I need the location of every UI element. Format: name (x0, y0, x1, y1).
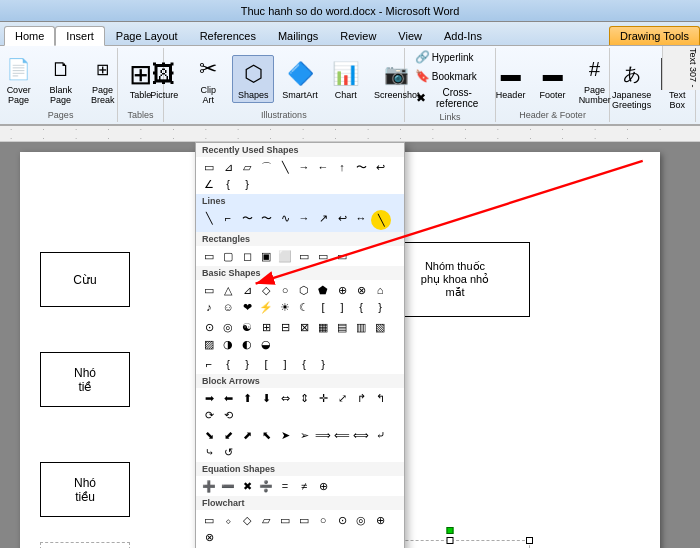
ba2-2[interactable]: ⬋ (219, 427, 237, 443)
page-break-button[interactable]: ⊞ PageBreak (83, 51, 123, 107)
bs-cross[interactable]: ⊕ (333, 282, 351, 298)
handle-tr[interactable] (526, 537, 533, 544)
ba2-6[interactable]: ➢ (295, 427, 313, 443)
bs-c9[interactable]: ▥ (352, 319, 370, 335)
bs-c4[interactable]: ⊞ (257, 319, 275, 335)
bs-c7[interactable]: ▦ (314, 319, 332, 335)
ba2-8[interactable]: ⟸ (333, 427, 351, 443)
shape-triangle[interactable]: ⊿ (219, 159, 237, 175)
ba-ud[interactable]: ⇕ (295, 390, 313, 406)
ba2-4[interactable]: ⬉ (257, 427, 275, 443)
tab-home[interactable]: Home (4, 26, 55, 46)
ba-down[interactable]: ⬇ (257, 390, 275, 406)
shape-brace-r[interactable]: } (238, 176, 256, 192)
ba-r2[interactable]: ⟲ (219, 407, 237, 423)
bs-lightning[interactable]: ⚡ (257, 299, 275, 315)
shapes-button[interactable]: ⬡ Shapes (232, 55, 274, 103)
ba-bend[interactable]: ↱ (352, 390, 370, 406)
smartart-button[interactable]: 🔷 SmartArt (278, 56, 322, 102)
fc-process[interactable]: ▭ (200, 512, 218, 528)
doc-box-nho1[interactable]: Nhótiề (40, 352, 130, 407)
ba-left[interactable]: ⬅ (219, 390, 237, 406)
shape-arc[interactable]: ⌒ (257, 159, 275, 175)
bs-cd[interactable]: ◐ (238, 336, 256, 352)
fc-decision[interactable]: ◇ (238, 512, 256, 528)
rect-plain[interactable]: ▭ (200, 248, 218, 264)
bs-c5[interactable]: ⊟ (276, 319, 294, 335)
bs-c6[interactable]: ⊠ (295, 319, 313, 335)
ba-quad[interactable]: ✛ (314, 390, 332, 406)
bs-bracel[interactable]: { (352, 299, 370, 315)
ba2-10[interactable]: ⤶ (371, 427, 389, 443)
bs-d4[interactable]: [ (257, 356, 275, 372)
cover-page-button[interactable]: 📄 CoverPage (0, 51, 39, 107)
bs-hex[interactable]: ⬡ (295, 282, 313, 298)
cross-reference-button[interactable]: ✖ Cross-reference (411, 86, 489, 110)
ba-up[interactable]: ⬆ (238, 390, 256, 406)
bs-d1[interactable]: ⌐ (200, 356, 218, 372)
shape-arrow-r[interactable]: → (295, 159, 313, 175)
eq-times[interactable]: ✖ (238, 478, 256, 494)
hyperlink-button[interactable]: 🔗 Hyperlink (411, 48, 477, 66)
bs-smile[interactable]: ☺ (219, 299, 237, 315)
bs-house[interactable]: ⌂ (371, 282, 389, 298)
bs-note[interactable]: ♪ (200, 299, 218, 315)
arrow-curved[interactable]: ↩ (333, 210, 351, 226)
bs-d7[interactable]: } (314, 356, 332, 372)
ba-right[interactable]: ➡ (200, 390, 218, 406)
bs-cb[interactable]: ▨ (200, 336, 218, 352)
line-cursor-active[interactable]: ╲ (371, 210, 391, 230)
bs-oct[interactable]: ⬟ (314, 282, 332, 298)
fc-pred[interactable]: ▭ (276, 512, 294, 528)
chart-button[interactable]: 📊 Chart (326, 56, 366, 102)
header-button[interactable]: ▬ Header (491, 56, 531, 102)
bs-d3[interactable]: } (238, 356, 256, 372)
bs-diamond[interactable]: ◇ (257, 282, 275, 298)
eq-div[interactable]: ➗ (257, 478, 275, 494)
ba-turn[interactable]: ↰ (371, 390, 389, 406)
bs-x[interactable]: ⊗ (352, 282, 370, 298)
rect-snip2[interactable]: ⬜ (276, 248, 294, 264)
bs-rtri[interactable]: ⊿ (238, 282, 256, 298)
bs-c1[interactable]: ⊙ (200, 319, 218, 335)
line-curved[interactable]: 〜 (238, 210, 256, 226)
tab-insert[interactable]: Insert (55, 26, 105, 46)
bs-c8[interactable]: ▤ (333, 319, 351, 335)
handle-rotate[interactable] (447, 527, 454, 534)
bs-d5[interactable]: ] (276, 356, 294, 372)
fc-alt[interactable]: ⬦ (219, 512, 237, 528)
arrow-line[interactable]: → (295, 210, 313, 226)
bs-heart[interactable]: ❤ (238, 299, 256, 315)
bs-tri[interactable]: △ (219, 282, 237, 298)
tab-mailings[interactable]: Mailings (267, 26, 329, 45)
handle-tm[interactable] (447, 537, 454, 544)
fc-data[interactable]: ▱ (257, 512, 275, 528)
tab-view[interactable]: View (387, 26, 433, 45)
clip-art-button[interactable]: ✂ ClipArt (188, 51, 228, 107)
footer-button[interactable]: ▬ Footer (533, 56, 573, 102)
tab-addins[interactable]: Add-Ins (433, 26, 493, 45)
tab-references[interactable]: References (189, 26, 267, 45)
eq-plus[interactable]: ➕ (200, 478, 218, 494)
shape-arrow-u[interactable]: ↑ (333, 159, 351, 175)
ba2-1[interactable]: ⬊ (200, 427, 218, 443)
ba2-5[interactable]: ➤ (276, 427, 294, 443)
rect-5[interactable]: ▭ (333, 248, 351, 264)
line-scribble[interactable]: ∿ (276, 210, 294, 226)
fc-c5[interactable]: ⊗ (200, 529, 218, 545)
ba2-11[interactable]: ⤷ (200, 444, 218, 460)
bs-sun[interactable]: ☀ (276, 299, 294, 315)
fc-c1[interactable]: ○ (314, 512, 332, 528)
ba2-3[interactable]: ⬈ (238, 427, 256, 443)
shape-brace-l[interactable]: { (219, 176, 237, 192)
eq-neq[interactable]: ≠ (295, 478, 313, 494)
arrow-double[interactable]: ↔ (352, 210, 370, 226)
tab-review[interactable]: Review (329, 26, 387, 45)
shape-bend[interactable]: ↩ (371, 159, 389, 175)
blank-page-button[interactable]: 🗋 BlankPage (41, 51, 81, 107)
rect-round[interactable]: ▢ (219, 248, 237, 264)
tab-drawing-tools[interactable]: Drawing Tools (609, 26, 700, 45)
fc-c3[interactable]: ◎ (352, 512, 370, 528)
bs-c2[interactable]: ◎ (219, 319, 237, 335)
ba-lr[interactable]: ⇔ (276, 390, 294, 406)
